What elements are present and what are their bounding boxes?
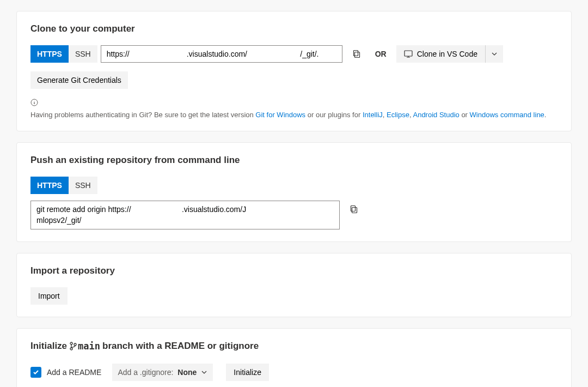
add-readme-checkbox[interactable]: Add a README <box>30 367 101 378</box>
clone-vscode-more-button[interactable] <box>486 45 503 63</box>
branch-icon <box>69 342 77 350</box>
clone-title: Clone to your computer <box>30 23 558 34</box>
or-separator: OR <box>375 50 387 58</box>
checkbox-checked-icon <box>30 367 41 378</box>
initialize-button[interactable]: Initialize <box>226 364 269 381</box>
push-card: Push an existing repository from command… <box>16 142 572 242</box>
import-button[interactable]: Import <box>30 287 68 305</box>
svg-rect-5 <box>351 206 356 211</box>
chevron-down-icon <box>201 369 207 376</box>
chevron-down-icon <box>491 51 498 57</box>
import-title: Import a repository <box>30 265 558 276</box>
svg-point-8 <box>74 343 76 346</box>
auth-info-row: Having problems authenticating in Git? B… <box>30 99 558 119</box>
push-command-textarea[interactable] <box>30 201 340 229</box>
clone-card: Clone to your computer HTTPS SSH OR <box>16 11 572 131</box>
push-command-area <box>30 201 558 229</box>
copy-icon <box>352 50 361 58</box>
tab-ssh[interactable]: SSH <box>69 45 97 63</box>
link-windows-cmd[interactable]: Windows command line <box>470 111 544 119</box>
copy-push-command-button[interactable] <box>345 201 363 218</box>
clone-vscode-label: Clone in VS Code <box>417 50 477 58</box>
initialize-card: Initialize main branch with a README or … <box>16 328 572 387</box>
link-android-studio[interactable]: Android Studio <box>413 111 459 119</box>
initialize-title: Initialize main branch with a README or … <box>30 341 558 352</box>
push-tab-https[interactable]: HTTPS <box>30 177 69 194</box>
branch-name: main <box>78 341 100 352</box>
import-card: Import a repository Import <box>16 253 572 317</box>
svg-point-6 <box>70 342 72 344</box>
clone-url-input[interactable] <box>101 45 342 63</box>
branch-pill: main <box>69 341 100 352</box>
gitignore-dropdown[interactable]: Add a .gitignore: None <box>112 364 213 381</box>
vscode-icon <box>404 50 413 58</box>
svg-rect-2 <box>405 51 412 56</box>
copy-icon <box>350 205 358 214</box>
generate-credentials-button[interactable]: Generate Git Credentials <box>30 71 128 89</box>
tab-https[interactable]: HTTPS <box>30 45 69 63</box>
clone-vscode-button[interactable]: Clone in VS Code <box>396 45 486 63</box>
svg-rect-4 <box>352 208 357 213</box>
link-eclipse[interactable]: Eclipse <box>387 111 409 119</box>
link-intellij[interactable]: IntelliJ <box>363 111 383 119</box>
push-title: Push an existing repository from command… <box>30 155 558 166</box>
clone-row: HTTPS SSH OR Clone in <box>30 45 558 63</box>
add-readme-label: Add a README <box>47 368 101 377</box>
copy-clone-url-button[interactable] <box>348 45 365 63</box>
svg-point-7 <box>70 348 72 350</box>
gitignore-dropdown-label: Add a .gitignore: <box>118 368 173 377</box>
protocol-toggle-clone: HTTPS SSH <box>30 45 97 63</box>
push-tab-ssh[interactable]: SSH <box>69 177 97 194</box>
clone-vscode-split-button: Clone in VS Code <box>396 45 503 63</box>
link-git-for-windows[interactable]: Git for Windows <box>255 111 305 119</box>
protocol-toggle-push: HTTPS SSH <box>30 177 97 194</box>
svg-rect-0 <box>354 52 359 58</box>
initialize-row: Add a README Add a .gitignore: None Init… <box>30 364 558 381</box>
info-icon <box>30 99 38 106</box>
auth-info-text: Having problems authenticating in Git? B… <box>30 111 546 119</box>
gitignore-dropdown-value: None <box>177 368 197 377</box>
